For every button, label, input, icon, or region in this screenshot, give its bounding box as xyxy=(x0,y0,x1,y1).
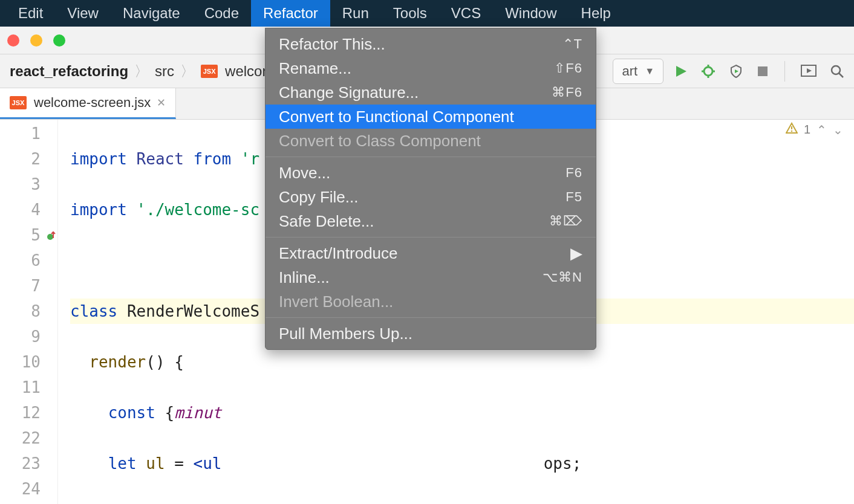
maximize-window-icon[interactable] xyxy=(53,34,65,47)
breadcrumb-folder[interactable]: src xyxy=(155,63,174,80)
warning-count: 1 xyxy=(804,123,810,137)
line-number: 11 xyxy=(0,375,41,400)
menu-pull-members-up[interactable]: Pull Members Up... xyxy=(266,321,596,346)
warning-icon xyxy=(786,122,798,137)
line-number-gutter: 1 2 3 4 5 6 7 8 9 10 11 12 22 23 24 xyxy=(0,120,58,504)
run-config-label: art xyxy=(622,63,637,79)
menu-window[interactable]: Window xyxy=(493,0,569,27)
stop-icon[interactable] xyxy=(757,65,769,77)
line-number: 23 xyxy=(0,451,41,476)
next-highlight-icon[interactable]: ⌄ xyxy=(833,123,843,137)
menu-convert-functional[interactable]: Convert to Functional Component xyxy=(266,105,596,129)
prev-highlight-icon[interactable]: ⌃ xyxy=(817,123,827,137)
line-number: 8 xyxy=(0,299,41,324)
svg-rect-7 xyxy=(758,66,768,76)
jsx-file-icon xyxy=(10,96,27,109)
chevron-right-icon: 〉 xyxy=(134,62,149,81)
menu-vcs[interactable]: VCS xyxy=(439,0,493,27)
svg-line-11 xyxy=(839,73,843,77)
coverage-icon[interactable] xyxy=(729,64,743,79)
svg-point-10 xyxy=(832,66,840,74)
line-number: 6 xyxy=(0,248,41,273)
menu-move[interactable]: Move...F6 xyxy=(266,161,596,185)
line-number: 4 xyxy=(0,197,41,222)
svg-point-12 xyxy=(47,234,53,240)
run-configuration-selector[interactable]: art ▼ xyxy=(613,59,663,84)
inspection-indicator[interactable]: 1 ⌃ ⌄ xyxy=(786,122,843,137)
jsx-file-icon xyxy=(201,65,218,78)
menu-code[interactable]: Code xyxy=(192,0,251,27)
menu-rename[interactable]: Rename...⇧F6 xyxy=(266,56,596,80)
line-number: 12 xyxy=(0,400,41,425)
minimize-window-icon[interactable] xyxy=(30,34,42,47)
close-window-icon[interactable] xyxy=(7,34,19,47)
menu-convert-class: Convert to Class Component xyxy=(266,129,596,153)
implements-gutter-icon[interactable] xyxy=(47,222,56,248)
menu-invert-boolean: Invert Boolean... xyxy=(266,289,596,314)
svg-point-15 xyxy=(791,131,793,132)
menu-extract-introduce[interactable]: Extract/Introduce▶ xyxy=(266,241,596,265)
separator xyxy=(784,61,785,82)
menu-edit[interactable]: Edit xyxy=(6,0,55,27)
menu-change-signature[interactable]: Change Signature...⌘F6 xyxy=(266,80,596,105)
line-number: 10 xyxy=(0,349,41,375)
toolbar-actions xyxy=(674,61,844,82)
menu-tools[interactable]: Tools xyxy=(381,0,439,27)
svg-point-1 xyxy=(704,67,712,76)
line-number: 2 xyxy=(0,146,41,172)
main-menubar: Edit View Navigate Code Refactor Run Too… xyxy=(0,0,854,27)
line-number: 5 xyxy=(0,222,41,248)
line-number: 9 xyxy=(0,324,41,349)
refactor-menu-dropdown: Refactor This...⌃T Rename...⇧F6 Change S… xyxy=(265,28,596,350)
run-icon[interactable] xyxy=(674,65,688,78)
submenu-arrow-icon: ▶ xyxy=(570,244,582,263)
close-tab-icon[interactable]: ✕ xyxy=(157,96,166,109)
menu-refactor[interactable]: Refactor xyxy=(251,0,330,27)
menu-refactor-this[interactable]: Refactor This...⌃T xyxy=(266,32,596,56)
chevron-right-icon: 〉 xyxy=(180,62,195,81)
menu-view[interactable]: View xyxy=(55,0,111,27)
line-number: 7 xyxy=(0,273,41,299)
svg-marker-0 xyxy=(676,66,686,77)
menu-help[interactable]: Help xyxy=(569,0,623,27)
line-number: 22 xyxy=(0,425,41,451)
svg-marker-9 xyxy=(807,68,812,73)
breadcrumb-project[interactable]: react_refactoring xyxy=(10,63,128,80)
chevron-down-icon: ▼ xyxy=(645,66,654,77)
line-number: 3 xyxy=(0,172,41,197)
tab-welcome-screen[interactable]: welcome-screen.jsx ✕ xyxy=(0,88,176,119)
tab-label: welcome-screen.jsx xyxy=(34,95,151,111)
search-icon[interactable] xyxy=(830,64,844,79)
line-number: 24 xyxy=(0,476,41,502)
menu-navigate[interactable]: Navigate xyxy=(111,0,192,27)
menu-run[interactable]: Run xyxy=(330,0,381,27)
svg-marker-6 xyxy=(735,69,738,73)
menu-safe-delete[interactable]: Safe Delete...⌘⌦ xyxy=(266,209,596,233)
menu-copy-file[interactable]: Copy File...F5 xyxy=(266,185,596,209)
debug-icon[interactable] xyxy=(701,64,715,79)
line-number: 1 xyxy=(0,121,41,146)
menu-inline[interactable]: Inline...⌥⌘N xyxy=(266,265,596,289)
presentation-icon[interactable] xyxy=(801,65,817,78)
